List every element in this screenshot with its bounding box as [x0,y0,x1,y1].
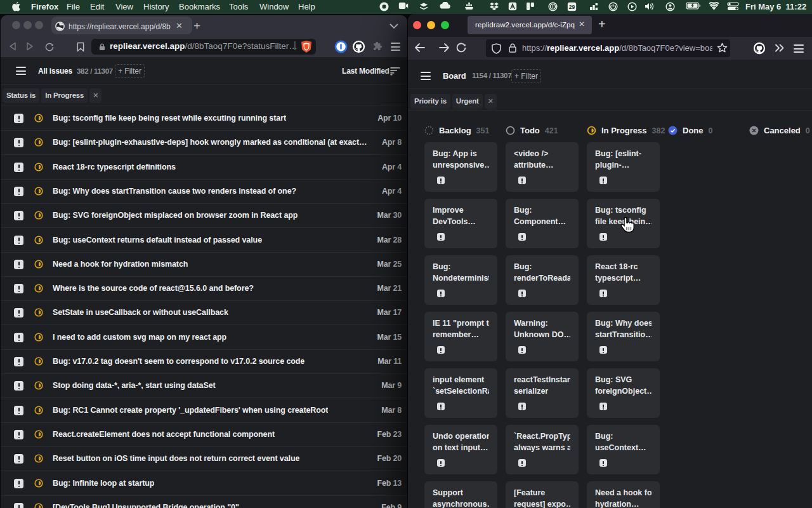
svg-text:29: 29 [569,4,575,10]
